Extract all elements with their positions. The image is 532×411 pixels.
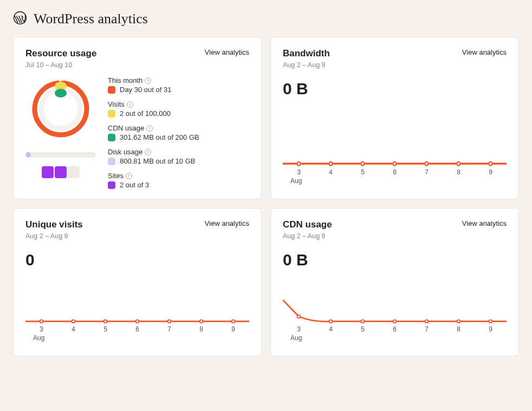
- x-axis-ticks: 3456789: [283, 325, 507, 333]
- sites-usage-blocks: [42, 166, 80, 178]
- svg-point-8: [329, 162, 333, 166]
- x-axis-month: Aug: [290, 334, 507, 342]
- legend-disk-label: Disk usage i: [108, 148, 199, 156]
- svg-point-9: [361, 162, 365, 166]
- svg-point-20: [200, 320, 203, 323]
- legend-sites-label: Sites i: [108, 172, 199, 180]
- svg-point-15: [40, 320, 43, 323]
- date-range: Jul 10 – Aug 10: [25, 61, 249, 69]
- swatch-green-icon: [108, 134, 115, 141]
- legend-sites-value: 2 out of 3: [120, 181, 149, 189]
- legend-visits-value: 2 out of 100,000: [120, 109, 171, 118]
- legend-disk-value: 800.81 MB out of 10 GB: [120, 157, 195, 165]
- card-unique-visits: Unique visits View analytics Aug 2 – Aug…: [13, 208, 262, 356]
- x-axis-ticks: 3456789: [25, 325, 249, 333]
- card-title: Bandwidth: [283, 48, 330, 59]
- summary-value: 0 B: [283, 251, 507, 269]
- card-resource-usage: Resource usage View analytics Jul 10 – A…: [13, 37, 262, 199]
- svg-point-22: [297, 315, 301, 318]
- summary-value: 0 B: [283, 80, 507, 98]
- svg-point-17: [104, 320, 107, 323]
- info-icon[interactable]: i: [145, 77, 151, 84]
- cdn-chart: [283, 275, 507, 323]
- donut-chart-icon: [28, 76, 93, 143]
- legend-cdn-value: 301.62 MB out of 200 GB: [120, 133, 199, 141]
- view-analytics-link[interactable]: View analytics: [205, 48, 249, 56]
- svg-point-18: [136, 320, 139, 323]
- legend-cdn-label: CDN usage i: [108, 124, 199, 132]
- x-axis-month: Aug: [290, 177, 507, 185]
- svg-point-13: [489, 162, 492, 166]
- card-bandwidth: Bandwidth View analytics Aug 2 – Aug 9 0…: [270, 37, 519, 199]
- svg-point-5: [55, 89, 67, 97]
- svg-point-26: [425, 320, 429, 323]
- svg-point-11: [425, 162, 429, 166]
- info-icon[interactable]: i: [145, 149, 151, 155]
- legend-visits-label: Visits i: [108, 100, 199, 108]
- bandwidth-chart: [283, 103, 507, 166]
- swatch-orange-icon: [108, 86, 115, 94]
- info-icon[interactable]: i: [146, 125, 153, 132]
- view-analytics-link[interactable]: View analytics: [205, 219, 249, 227]
- svg-point-23: [329, 320, 333, 323]
- svg-point-28: [489, 320, 492, 323]
- view-analytics-link[interactable]: View analytics: [462, 48, 507, 56]
- swatch-lavender-icon: [108, 158, 115, 165]
- date-range: Aug 2 – Aug 9: [25, 232, 249, 240]
- swatch-purple-icon: [108, 181, 115, 189]
- svg-point-16: [72, 320, 75, 323]
- view-analytics-link[interactable]: View analytics: [462, 219, 507, 227]
- page-title: WordPress analytics: [34, 11, 148, 27]
- x-axis-month: Aug: [33, 334, 249, 342]
- card-title: Unique visits: [25, 219, 83, 230]
- card-cdn-usage: CDN usage View analytics Aug 2 – Aug 9 0…: [270, 208, 519, 356]
- svg-point-19: [168, 320, 171, 323]
- swatch-yellow-icon: [108, 110, 115, 118]
- svg-point-10: [393, 162, 397, 166]
- svg-point-7: [297, 162, 301, 166]
- card-title: CDN usage: [283, 219, 332, 230]
- legend-this-month-label: This month i: [108, 76, 199, 84]
- wordpress-icon: [13, 11, 27, 27]
- date-range: Aug 2 – Aug 9: [283, 232, 507, 240]
- svg-point-27: [457, 320, 460, 323]
- svg-point-25: [393, 320, 397, 323]
- legend-this-month-value: Day 30 out of 31: [120, 86, 171, 94]
- svg-point-21: [232, 320, 235, 323]
- disk-usage-bar: [25, 152, 96, 158]
- info-icon[interactable]: i: [126, 173, 132, 179]
- date-range: Aug 2 – Aug 9: [283, 61, 507, 69]
- visits-chart: [25, 275, 249, 323]
- summary-value: 0: [25, 251, 249, 269]
- page-header: WordPress analytics: [13, 11, 519, 27]
- card-title: Resource usage: [25, 48, 96, 59]
- x-axis-ticks: 3456789: [283, 168, 507, 176]
- svg-point-12: [457, 162, 460, 166]
- info-icon[interactable]: i: [127, 101, 133, 108]
- svg-point-24: [361, 320, 365, 323]
